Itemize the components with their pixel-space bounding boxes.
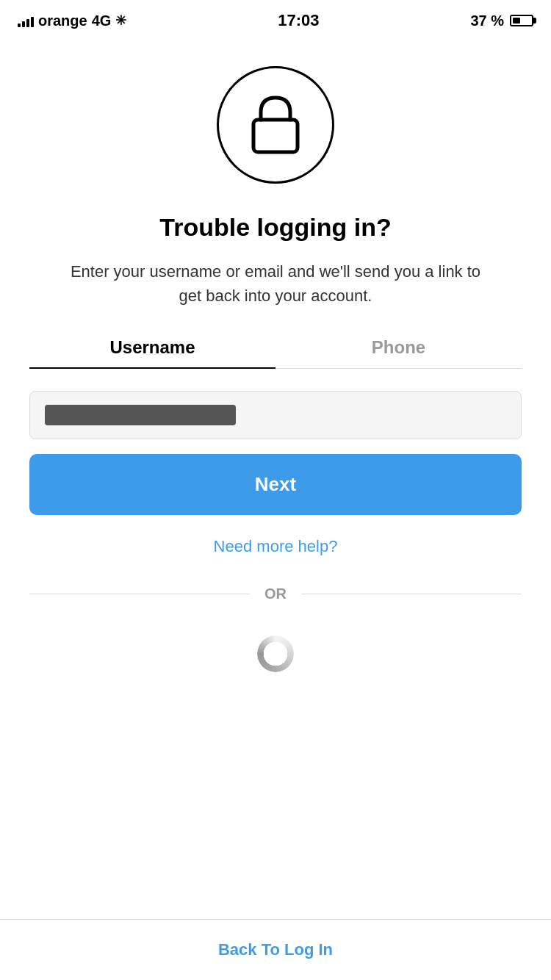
battery-icon xyxy=(510,15,533,26)
username-input-container[interactable] xyxy=(29,391,522,439)
or-divider: OR xyxy=(29,586,522,602)
main-content: Trouble logging in? Enter your username … xyxy=(0,37,551,919)
status-time: 17:03 xyxy=(278,11,319,30)
battery-percent-label: 37 % xyxy=(470,12,504,29)
lock-icon xyxy=(246,92,305,158)
status-bar: orange 4G ✳ 17:03 37 % xyxy=(0,0,551,37)
lock-icon-circle xyxy=(217,66,334,184)
svg-rect-0 xyxy=(253,120,298,152)
or-label: OR xyxy=(264,586,287,602)
loading-spinner-icon xyxy=(257,635,294,672)
tab-phone[interactable]: Phone xyxy=(276,337,522,368)
carrier-label: orange xyxy=(38,12,87,29)
tabs-container: Username Phone xyxy=(29,337,522,369)
network-label: 4G xyxy=(92,12,112,29)
activity-icon: ✳ xyxy=(115,12,126,29)
status-battery-area: 37 % xyxy=(470,12,533,29)
need-help-link[interactable]: Need more help? xyxy=(214,537,338,556)
loading-spinner-container xyxy=(253,632,298,676)
username-input-placeholder xyxy=(45,405,236,425)
tab-username[interactable]: Username xyxy=(29,337,276,368)
or-line-right xyxy=(301,594,522,594)
status-carrier: orange 4G ✳ xyxy=(18,12,126,29)
bottom-bar: Back To Log In xyxy=(0,919,551,980)
page-heading: Trouble logging in? xyxy=(159,213,391,242)
signal-icon xyxy=(18,14,34,27)
back-to-login-link[interactable]: Back To Log In xyxy=(218,940,333,959)
page-subtext: Enter your username or email and we'll s… xyxy=(62,259,489,308)
or-line-left xyxy=(29,594,250,594)
next-button[interactable]: Next xyxy=(29,454,522,515)
